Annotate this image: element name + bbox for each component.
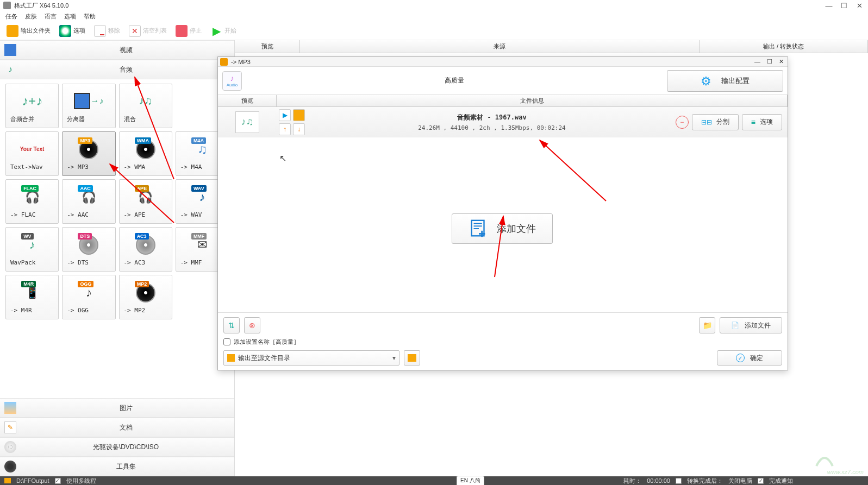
minimize-button[interactable]: — — [823, 2, 834, 10]
format-ogg[interactable]: OGG♪ -> OGG — [62, 275, 115, 319]
add-folder-button[interactable]: 📁 — [699, 317, 715, 333]
format-flac[interactable]: FLAC🎧 -> FLAC — [5, 179, 59, 224]
file-options-button[interactable]: ≡ 选项 — [742, 114, 782, 130]
menu-lang[interactable]: 语言 — [45, 12, 57, 21]
gear-icon: ⚙ — [701, 74, 714, 87]
maximize-button[interactable]: ☐ — [839, 2, 850, 10]
after-convert-checkbox[interactable] — [676, 478, 682, 484]
format-splitter[interactable]: →♪ 分离器 — [62, 84, 115, 128]
format-mp3[interactable]: MP3 -> MP3 — [62, 131, 115, 176]
merge-icon: ♪+♪ — [22, 93, 42, 109]
menu-help[interactable]: 帮助 — [84, 12, 96, 21]
format-aac[interactable]: AAC🎧 -> AAC — [62, 179, 115, 224]
folder-icon — [4, 478, 11, 483]
category-disc[interactable]: 光驱设备\DVD\CD\ISO — [0, 437, 234, 457]
output-dir-combo[interactable]: 输出至源文件目录 ▾ — [223, 350, 399, 366]
format-m4r[interactable]: M4R📱 -> M4R — [5, 275, 59, 319]
dialog-close[interactable]: ✕ — [777, 58, 785, 65]
browse-folder-button[interactable] — [404, 350, 420, 366]
doc-icon — [4, 421, 16, 433]
split-button[interactable]: ⊟⊟ 分割 — [692, 114, 739, 130]
sidebar: 视频 ♪ 音频 ♪+♪ 音频合并 →♪ 分离器 ♪♫ 混合 Your Text — [0, 40, 235, 476]
col-preview[interactable]: 预览 — [235, 40, 300, 53]
file-actions: − ⊟⊟ 分割 ≡ 选项 — [676, 114, 788, 130]
add-file-icon — [469, 218, 489, 239]
remove-file-button[interactable]: − — [676, 116, 689, 129]
wav-icon: ♪ — [199, 190, 205, 204]
check-icon: ✓ — [736, 354, 745, 362]
audio-thumb-icon: ♪♫ — [235, 111, 259, 133]
toolbar-stop[interactable]: 停止 — [172, 24, 205, 38]
menu-task[interactable]: 任务 — [5, 12, 17, 21]
add-setting-checkbox[interactable] — [223, 338, 230, 345]
format-mix[interactable]: ♪♫ 混合 — [119, 84, 172, 128]
format-dts[interactable]: DTS -> DTS — [62, 227, 115, 272]
format-ape[interactable]: APE🎧 -> APE — [119, 179, 172, 224]
text-wav-icon: Your Text — [20, 146, 45, 152]
multithread-checkbox[interactable]: ✓ — [55, 478, 61, 484]
menu-skin[interactable]: 皮肤 — [25, 12, 37, 21]
format-wavpack[interactable]: WV♪ WavPack — [5, 227, 59, 272]
add-file-btn-icon: 📄 — [731, 322, 739, 329]
dialog-top: ♪ Audio 高质量 ⚙ 输出配置 — [218, 67, 788, 95]
statusbar: D:\FFOutput ✓ 使用多线程 耗时： 00:00:00 转换完成后： … — [0, 476, 868, 485]
file-info: 音频素材 - 1967.wav 24.26M , 44100 , 2ch , 1… — [308, 113, 676, 131]
add-file-dropzone[interactable]: 添加文件 — [452, 213, 553, 244]
format-wma[interactable]: WMA -> WMA — [119, 131, 172, 176]
category-video[interactable]: 视频 — [0, 40, 234, 60]
format-ac3[interactable]: AC3 -> AC3 — [119, 227, 172, 272]
toolbar-options[interactable]: 选项 — [56, 24, 89, 38]
app-icon — [3, 2, 11, 9]
format-merge[interactable]: ♪+♪ 音频合并 — [5, 84, 59, 128]
add-file-button[interactable]: 📄 添加文件 — [720, 317, 782, 333]
file-controls: ▶ ↑ ↓ — [277, 107, 308, 137]
ok-button[interactable]: ✓ 确定 — [717, 350, 782, 366]
col-output[interactable]: 输出 / 转换状态 — [700, 40, 868, 53]
category-image[interactable]: 图片 — [0, 398, 234, 418]
fh-info[interactable]: 文件信息 — [277, 95, 788, 106]
format-text-wav[interactable]: Your Text Text->Wav — [5, 131, 59, 176]
fh-preview[interactable]: 预览 — [218, 95, 277, 106]
disc-icon — [4, 441, 16, 453]
toolbar-output-folder[interactable]: 输出文件夹 — [3, 24, 54, 38]
clear-icon: ✕ — [129, 25, 141, 37]
category-doc[interactable]: 文档 — [0, 418, 234, 437]
image-icon — [4, 402, 16, 414]
dialog-minimize[interactable]: — — [753, 58, 762, 65]
flac-icon: 🎧 — [25, 190, 40, 204]
move-up-button[interactable]: ↑ — [279, 123, 291, 135]
audio-badge[interactable]: ♪ Audio — [222, 71, 242, 91]
col-source[interactable]: 来源 — [300, 40, 700, 53]
add-setting-row[interactable]: 添加设置名称［高质量］ — [223, 338, 782, 346]
split-icon: ⊟⊟ — [701, 118, 712, 126]
toolbar-remove[interactable]: 移除 — [91, 24, 123, 38]
category-audio[interactable]: ♪ 音频 — [0, 60, 234, 79]
close-button[interactable]: ✕ — [854, 2, 865, 10]
chevron-down-icon: ▾ — [392, 354, 396, 362]
output-config-button[interactable]: ⚙ 输出配置 — [667, 70, 783, 92]
menubar: 任务 皮肤 语言 选项 帮助 — [0, 11, 868, 22]
open-folder-button[interactable] — [293, 109, 305, 121]
file-row[interactable]: ♪♫ ▶ ↑ ↓ 音频素材 - 1967.wav 24.26M , 44100 … — [218, 107, 788, 137]
play-button[interactable]: ▶ — [279, 109, 291, 121]
remove-icon — [94, 25, 106, 37]
m4a-icon: ♫ — [197, 142, 207, 157]
format-mp2[interactable]: MP2 -> MP2 — [119, 275, 172, 319]
toolbar: 输出文件夹 选项 移除 ✕ 清空列表 停止 ▶ 开始 — [0, 22, 868, 40]
lang-indicator[interactable]: EN 八简 — [457, 476, 484, 485]
toolbar-clear[interactable]: ✕ 清空列表 — [126, 24, 170, 38]
output-path[interactable]: D:\FFOutput — [16, 477, 49, 484]
sort-button[interactable]: ⇅ — [223, 317, 240, 333]
dialog-maximize[interactable]: ☐ — [765, 58, 774, 65]
move-down-button[interactable]: ↓ — [293, 123, 305, 135]
folder-icon — [408, 354, 416, 362]
notify-checkbox[interactable]: ✓ — [758, 478, 764, 484]
start-icon: ▶ — [210, 25, 222, 37]
delete-all-button[interactable]: ⊗ — [244, 317, 260, 333]
menu-opt[interactable]: 选项 — [64, 12, 76, 21]
file-thumbnail[interactable]: ♪♫ — [218, 111, 277, 133]
m4r-icon: 📱 — [26, 286, 39, 299]
toolbar-start[interactable]: ▶ 开始 — [207, 24, 240, 38]
category-tools[interactable]: 工具集 — [0, 457, 234, 476]
wavpack-icon: ♪ — [29, 238, 35, 252]
